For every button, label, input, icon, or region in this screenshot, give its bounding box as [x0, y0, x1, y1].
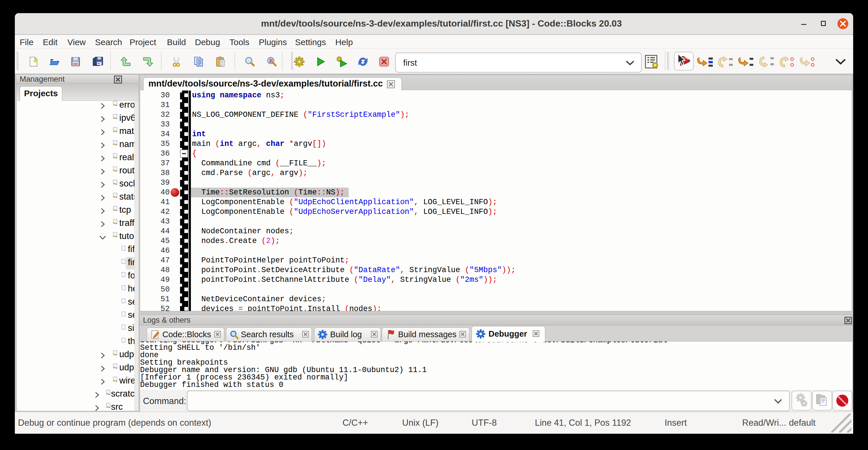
svg-text:R: R: [269, 58, 273, 64]
